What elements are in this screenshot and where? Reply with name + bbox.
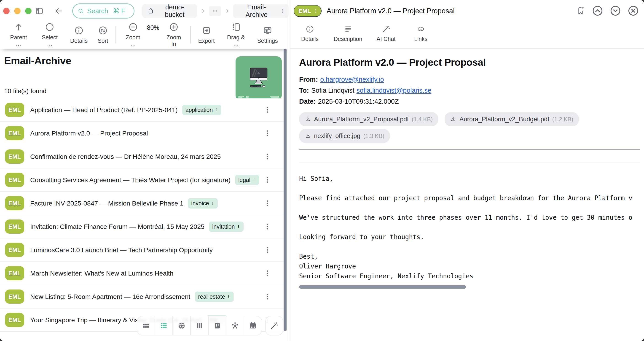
tab-description[interactable]: Description — [334, 25, 362, 48]
kanban-view-icon — [213, 321, 222, 330]
file-row[interactable]: EMLLuminosCare 3.0 Launch Brief — Tech P… — [0, 238, 284, 262]
text-lines-icon — [344, 25, 352, 34]
file-tag[interactable]: legal — [235, 175, 259, 185]
file-row-menu-button[interactable] — [264, 128, 271, 138]
file-tag[interactable]: real-estate — [195, 291, 234, 302]
file-row[interactable]: EMLNew Listing: 5-Room Apartment — 16e A… — [0, 285, 284, 308]
graph-view-button[interactable] — [226, 316, 244, 335]
magic-wand-button[interactable] — [265, 316, 283, 335]
breadcrumb-current[interactable]: Email-Archive — [233, 4, 289, 18]
file-row[interactable]: EMLAurora Platform v2.0 — Project Propos… — [0, 122, 284, 145]
window-controls — [3, 8, 32, 14]
toolbar-divider — [116, 26, 116, 44]
left-scrollbar-thumb[interactable] — [284, 49, 286, 331]
kebab-menu-icon — [280, 8, 286, 14]
link-chain-icon — [416, 25, 425, 34]
back-arrow-icon — [54, 7, 63, 15]
minimize-window-button[interactable] — [14, 8, 20, 14]
close-window-button[interactable] — [3, 8, 10, 14]
toolbar-zoom-in-button[interactable]: Zoom In — [160, 22, 188, 47]
file-row[interactable]: EMLFacture INV-2025-0847 — Mission Belle… — [0, 192, 284, 215]
file-type-badge: EML — [5, 289, 24, 304]
file-row-menu-button[interactable] — [264, 291, 271, 302]
circle-chevron-up-button[interactable] — [592, 5, 603, 17]
attachment-chip[interactable]: nexlify_office.jpg(1.3 KB) — [299, 129, 390, 143]
breadcrumb-ellipsis-button[interactable] — [209, 6, 221, 16]
breadcrumb-bucket[interactable]: demo-bucket — [142, 4, 197, 18]
file-tag[interactable]: invitation — [209, 221, 244, 232]
file-row[interactable]: EMLInvitation: Climate Finance Forum — M… — [0, 215, 284, 238]
toolbar-details-button[interactable]: Details — [65, 26, 92, 44]
file-type-badge: EML — [5, 313, 24, 327]
circle-chevron-down-button[interactable] — [610, 5, 621, 17]
file-row-menu-button[interactable] — [264, 245, 271, 255]
tab-ai-chat[interactable]: AI Chat — [375, 25, 397, 48]
map-view-icon — [195, 321, 204, 330]
map-view-button[interactable] — [191, 316, 208, 335]
kebab-icon — [264, 105, 271, 115]
sidebar-icon — [35, 7, 44, 16]
file-row[interactable]: EMLApplication — Head of Product (Ref: P… — [0, 98, 284, 122]
list-view-button[interactable] — [155, 316, 173, 335]
to-email-link[interactable]: sofia.lindqvist@polaris.se — [356, 87, 432, 94]
attachment-chip[interactable]: Aurora_Platform_v2_Budget.pdf(1.2 KB) — [444, 112, 579, 126]
email-date-line: Date:2025-03-10T09:31:42.000Z — [299, 96, 640, 107]
from-email-link[interactable]: o.hargrove@nexlify.io — [320, 76, 384, 83]
toolbar-divider — [190, 26, 191, 44]
file-row-menu-button[interactable] — [264, 152, 271, 162]
email-body: Hi Sofia,Please find attached our projec… — [299, 174, 640, 281]
tag-label: invoice — [191, 200, 209, 207]
preview-header: EML Aurora Platform v2.0 — Project Propo… — [290, 0, 644, 22]
file-row[interactable]: EMLConfirmation de rendez-vous — Dr Hélè… — [0, 145, 284, 168]
attachments: Aurora_Platform_v2_Proposal.pdf(1.4 KB)A… — [299, 112, 599, 143]
zoom-window-button[interactable] — [25, 8, 32, 14]
email-body-line: Hi Sofia, — [299, 174, 640, 184]
file-row[interactable]: EMLConsulting Services Agreement — Thiès… — [0, 168, 284, 192]
calendar-view-button[interactable] — [244, 316, 262, 335]
file-type-badge[interactable]: EML — [294, 5, 322, 17]
app-window: Search ⌘ F demo-bucket Email-Archive Par… — [0, 0, 644, 341]
circle-close-button[interactable] — [628, 5, 639, 17]
minus-circle-icon — [128, 22, 138, 32]
body-scrollbar-thumb[interactable] — [299, 285, 466, 289]
file-row-menu-button[interactable] — [264, 105, 271, 115]
aperture-view-button[interactable] — [173, 316, 191, 335]
tab-details[interactable]: Details — [299, 25, 321, 48]
email-body-line: Senior Software Engineer, Nexlify Techno… — [299, 271, 640, 281]
file-row-menu-button[interactable] — [264, 198, 271, 208]
file-row-menu-button[interactable] — [264, 268, 271, 278]
attachment-chip[interactable]: Aurora_Platform_v2_Proposal.pdf(1.4 KB) — [299, 112, 438, 126]
email-body-paragraph: We've structured the work into three pha… — [299, 213, 640, 222]
file-row[interactable]: EMLMarch Newsletter: What's New at Lumin… — [0, 262, 284, 285]
to-name: Sofia Lindqvist — [311, 87, 354, 94]
tab-links[interactable]: Links — [410, 25, 432, 48]
email-to-line: To:Sofia Lindqvistsofia.lindqvist@polari… — [299, 85, 640, 96]
file-title: Consulting Services Agreement — Thiès Wa… — [30, 176, 230, 184]
download-icon — [304, 116, 311, 122]
toolbar-drag-button[interactable]: Drag & … — [220, 22, 252, 47]
toolbar-select-button[interactable]: Select … — [34, 22, 65, 47]
toolbar-settings-button[interactable]: Settings — [252, 26, 283, 44]
file-tag[interactable]: invoice — [188, 198, 218, 208]
circle-icon — [45, 22, 54, 32]
search-box[interactable]: Search ⌘ F — [72, 4, 134, 19]
settings-icon — [263, 26, 272, 35]
file-tag[interactable]: application — [182, 105, 222, 115]
toolbar-sort-button[interactable]: Sort — [92, 26, 113, 44]
toolbar-zoom-button[interactable]: Zoom … — [118, 22, 148, 47]
kebab-icon — [264, 245, 271, 255]
kebab-icon — [211, 200, 214, 206]
file-row-menu-button[interactable] — [264, 175, 271, 185]
folder-title: Email-Archive — [4, 55, 71, 67]
bookmark-add-button[interactable] — [576, 6, 586, 16]
back-button[interactable] — [54, 7, 63, 15]
kanban-view-button[interactable] — [208, 316, 226, 335]
file-row-menu-button[interactable] — [264, 221, 271, 232]
toolbar-export-button[interactable]: Export — [193, 26, 220, 44]
grid-view-button[interactable] — [137, 316, 155, 335]
from-label: From: — [299, 76, 318, 83]
sidebar-toggle-button[interactable] — [35, 7, 44, 16]
toolbar-parent-button[interactable]: Parent … — [3, 22, 34, 47]
email-body-paragraph: Please find attached our project proposa… — [299, 193, 640, 203]
tab-label: AI Chat — [376, 36, 396, 42]
